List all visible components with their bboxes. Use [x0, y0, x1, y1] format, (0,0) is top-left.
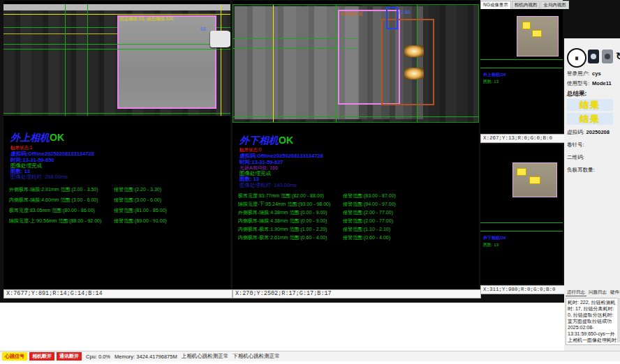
mid-camera-name: 外下相机: [239, 135, 279, 146]
refresh-button[interactable]: ↻: [614, 48, 620, 65]
alarm-range-text: 报警范围:(81.00 - 85.00): [114, 207, 167, 214]
measurement-text: 内侧极耳-极耳:2.61mm 范围:(0.60 - 4.00): [238, 234, 327, 241]
model-label: 使用型号:: [567, 80, 589, 87]
log-tab-2[interactable]: 硬件日志: [609, 289, 620, 296]
side-fields: 虚拟码:20250208卷针号:二维码:负极耳数量:: [567, 129, 619, 179]
mid-orange-roi: [381, 19, 434, 105]
measurement-text: 极耳宽度:83.05mm 范围:(80.00 - 86.00): [9, 207, 95, 214]
mini-view-2[interactable]: 外下相机OK 图数: 13: [480, 144, 563, 284]
mid-ai-region-label: AI检测区域: [340, 11, 362, 17]
side-field-row: 二维码:: [567, 154, 619, 161]
heartbeat-up-camera: 上相机心跳检测正常: [182, 353, 229, 360]
status-badge-1: 相机断开: [29, 352, 54, 361]
left-measurement-rows: 外侧极耳-隔膜:2.91mm 范围:(2.00 - 3.50)报警范围:(2.2…: [9, 186, 228, 228]
measurement-row: 隔膜宽度-上:90.56mm 范围:(88.00 - 92.00)报警范围:(8…: [9, 218, 228, 228]
camera-icon: [591, 54, 596, 59]
mini2-highlight-2: [529, 176, 540, 184]
mid-measurement-rows: 极耳宽度:83.77mm 范围:(82.00 - 88.00)报警范围:(83.…: [238, 192, 476, 243]
heartbeat-down-camera: 下相机心跳检测正常: [232, 353, 280, 360]
measurement-row: 隔膜宽度-下:95.24mm 范围:(93.00 - 98.00)报警范围:(9…: [238, 201, 476, 209]
mid-green-line-3: [233, 116, 478, 117]
mini1-highlight-2: [532, 30, 542, 37]
login-value: cys: [592, 70, 601, 77]
mid-yellow-vline: [273, 5, 274, 122]
log-tab-0[interactable]: 运行日志: [566, 289, 586, 296]
side-field-row: 虚拟码:20250208: [567, 129, 619, 136]
side-panel: ⏸ ↻ 登录用户: cys 使用型号: Mode11 总结果: 结果结果 虚拟码…: [564, 38, 620, 351]
log-tab-1[interactable]: 问题日志: [587, 289, 608, 296]
left-yellow-vline: [221, 4, 221, 116]
measurement-text: 内侧极耳-极耳:1.90mm 范围:(1.00 - 2.20): [238, 226, 327, 233]
memory-usage: Memory: 3424.41796875M: [115, 354, 177, 360]
mini1-highlight-1: [522, 22, 531, 29]
left-camera-view[interactable]: 固定阈值:93, 动态阈值:100 68 外上相机OK 触发状态:1 虚拟码:O…: [3, 1, 230, 289]
login-label: 登录用户:: [567, 70, 589, 77]
log-tabs: 运行日志问题日志硬件日志: [566, 289, 620, 296]
measurement-row: 外侧极耳-隔膜:4.38mm 范围:(0.00 - 9.00)报警范围:(2.0…: [238, 209, 476, 218]
mini-tab-2[interactable]: 全局内视图: [540, 1, 569, 9]
mini2-title: 外下相机OK: [483, 235, 506, 241]
mini1-line: 图数: 13: [483, 79, 499, 85]
mini-view-1[interactable]: 外上相机OK 图数: 13: [480, 1, 563, 133]
alarm-range-text: 报警范围:(2.20 - 3.30): [114, 186, 161, 193]
status-badge-2: 通讯断开: [57, 352, 82, 361]
mid-ok-flag: OK: [279, 135, 293, 146]
mid-pixel-coords: X:270;Y:2502;R:17;G:17;B:17: [232, 289, 481, 298]
mini-tab-1[interactable]: 相机内视图: [512, 1, 540, 9]
mid-glow-spot-1: [404, 45, 424, 57]
left-camera-image[interactable]: 固定阈值:93, 动态阈值:100 68: [3, 4, 230, 116]
measurement-text: 外侧极耳-隔膜:4.38mm 范围:(0.00 - 9.00): [238, 209, 327, 216]
measurement-text: 内侧极耳-隔膜:4.60mm 范围:(3.00 - 6.00): [9, 197, 98, 204]
status-badges: 心跳信号相机断开通讯断开: [2, 352, 82, 361]
mini1-pixel-coords: X:267;Y:13;R:0;G:0;B:0: [480, 134, 565, 143]
mid-blue-roi: [386, 7, 398, 29]
measurement-row: 外侧极耳-隔膜:2.91mm 范围:(2.00 - 3.50)报警范围:(2.2…: [9, 186, 228, 197]
measurement-row: 内侧极耳-隔膜:4.60mm 范围:(3.00 - 6.00)报警范围:(3.0…: [9, 197, 228, 207]
measurement-row: 内侧极耳-极耳:1.90mm 范围:(1.00 - 2.20)报警范围:(1.1…: [238, 226, 476, 234]
alarm-range-text: 报警范围:(2.00 - 77.00): [343, 209, 393, 216]
mini2-pixel-coords: X:311;Y:980;R:0;G:0;B:0: [480, 285, 565, 294]
alarm-range-text: 报警范围:(0.60 - 4.00): [343, 234, 390, 241]
left-green-vline-2: [87, 4, 88, 116]
mid-result-title: 外下相机OK: [239, 135, 293, 147]
left-connector-object: [210, 31, 230, 47]
left-pixel-coords: X:7677;Y:891;R:14;G:14;B:14: [3, 289, 232, 298]
result-value-1: 结果: [567, 113, 613, 125]
measurement-row: 内侧极耳-极耳:2.61mm 范围:(0.60 - 4.00)报警范围:(0.6…: [238, 234, 476, 243]
login-row: 登录用户: cys: [567, 70, 601, 77]
side-field-label: 负极耳数量:: [567, 167, 595, 174]
camera-off-button[interactable]: [602, 50, 613, 63]
model-row: 使用型号: Mode11: [567, 80, 612, 87]
measurement-row: 内侧极耳-隔膜:4.38mm 范围:(0.00 - 9.00)报警范围:(2.0…: [238, 218, 476, 226]
alarm-range-text: 报警范围:(83.00 - 87.00): [343, 192, 396, 199]
left-camera-name: 外上相机: [10, 132, 50, 143]
measurement-text: 极耳宽度:83.77mm 范围:(82.00 - 88.00): [238, 192, 324, 199]
refresh-arrow-icon: ↻: [616, 50, 620, 63]
mini2-highlight-1: [517, 168, 526, 176]
measurement-text: 隔膜宽度-上:90.56mm 范围:(88.00 - 92.00): [9, 218, 101, 225]
alarm-range-text: 报警范围:(89.00 - 91.00): [114, 218, 167, 225]
status-badge-0: 心跳信号: [2, 352, 27, 361]
mini-tab-0[interactable]: NG成像显示: [480, 1, 511, 9]
alarm-range-text: 报警范围:(1.10 - 2.10): [343, 226, 390, 233]
log-scrollbar[interactable]: [617, 298, 620, 342]
side-field-label: 卷针号:: [567, 142, 584, 149]
side-field-row: 卷针号:: [567, 142, 619, 149]
pause-icon: ⏸: [575, 54, 579, 63]
pause-button[interactable]: ⏸: [567, 48, 586, 68]
left-elapsed: 图像处理耗时: 298.00ms: [10, 174, 68, 181]
mini1-green-line-1: [480, 59, 563, 60]
model-value: Mode11: [592, 80, 612, 87]
mini2-green-line-2: [480, 231, 563, 232]
main-area: 固定阈值:93, 动态阈值:100 68 外上相机OK 触发状态:1 虚拟码:O…: [0, 0, 620, 303]
mid-camera-view[interactable]: AI检测区域 72.80 外下相机OK 触发状态:0 虚拟码:Offline20…: [232, 1, 479, 289]
side-field-value: 20250208: [586, 129, 610, 136]
mid-camera-image[interactable]: AI检测区域 72.80: [232, 4, 479, 123]
mini-view-tabs: NG成像显示相机内视图全局内视图: [480, 0, 563, 9]
left-green-line-3: [3, 44, 230, 45]
left-green-line-4: [3, 49, 230, 50]
camera-on-button[interactable]: [588, 50, 599, 63]
status-bar: 心跳信号相机断开通讯断开 Cpu: 0.0% Memory: 3424.4179…: [0, 351, 620, 361]
log-text[interactable]: 耗时: 222, 拉链检测耗时: 17, 拉链分离耗时: 0, 拉链提取分区耗时…: [566, 298, 620, 345]
alarm-range-text: 报警范围:(2.00 - 77.00): [343, 218, 393, 225]
